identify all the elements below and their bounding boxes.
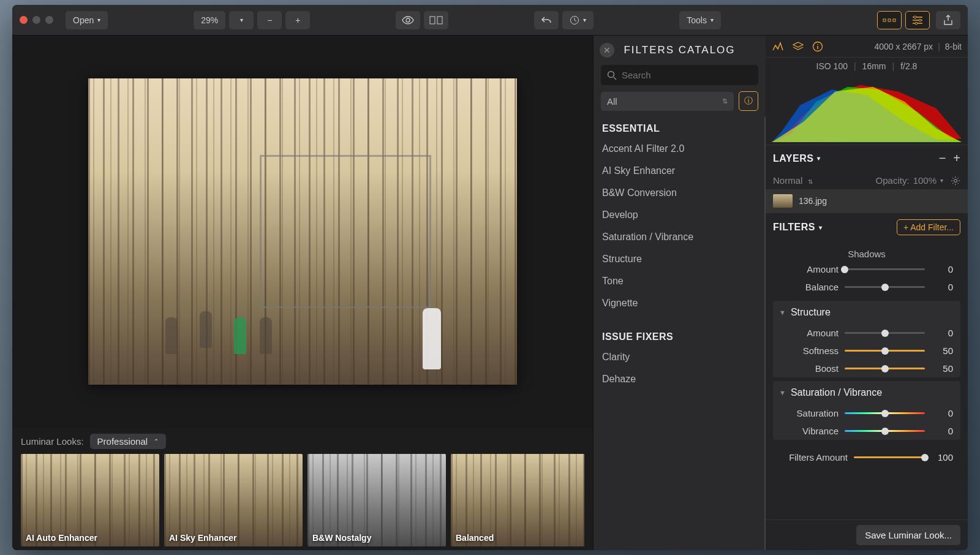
- catalog-close-button[interactable]: ✕: [600, 43, 614, 58]
- look-card[interactable]: B&W Nostalgy: [307, 454, 446, 546]
- history-icon: [570, 15, 579, 25]
- viewport[interactable]: [12, 36, 593, 428]
- svg-rect-0: [430, 17, 435, 24]
- filters-body[interactable]: Shadows Amount 0 Balance 0 ▼ Structure: [766, 241, 968, 519]
- add-filter-button[interactable]: + Add Filter...: [897, 219, 960, 235]
- zoom-in-button[interactable]: +: [285, 11, 310, 29]
- slider-track[interactable]: [854, 456, 925, 458]
- slider-row[interactable]: Balance 0: [773, 278, 960, 296]
- looks-panel-button[interactable]: [877, 11, 902, 29]
- maximize-window-button[interactable]: [45, 16, 53, 24]
- triangle-down-icon: ▼: [779, 389, 786, 396]
- filter-item[interactable]: Vignette: [602, 292, 756, 314]
- opacity-value[interactable]: 100%: [913, 175, 937, 186]
- slider-label: Boost: [780, 363, 839, 374]
- slider-row[interactable]: Vibrance 0: [773, 422, 960, 440]
- filter-item[interactable]: Accent AI Filter 2.0: [602, 138, 756, 160]
- blend-mode-select[interactable]: Normal ⇅: [773, 175, 813, 186]
- looks-header-label: Luminar Looks:: [21, 436, 84, 447]
- minimize-window-button[interactable]: [32, 16, 40, 24]
- zoom-value: 29%: [201, 15, 218, 25]
- tools-button[interactable]: Tools ▾: [679, 11, 721, 29]
- filter-item[interactable]: B&W Conversion: [602, 182, 756, 204]
- slider-track[interactable]: [845, 368, 925, 369]
- search-box[interactable]: [601, 65, 758, 85]
- looks-set-select[interactable]: Professional ⌃: [90, 434, 167, 449]
- slider-value: 50: [931, 345, 953, 356]
- search-input[interactable]: [622, 70, 752, 80]
- filter-item[interactable]: Saturation / Vibrance: [602, 226, 756, 248]
- filters-panel-button[interactable]: [905, 11, 930, 29]
- layers-section-header[interactable]: LAYERS ▾ − +: [766, 145, 968, 172]
- add-layer-button[interactable]: +: [953, 151, 960, 165]
- looks-set-name: Professional: [97, 436, 148, 447]
- svg-rect-4: [888, 19, 891, 21]
- slider-track[interactable]: [845, 350, 925, 352]
- filter-section-header[interactable]: ▼ Structure: [773, 301, 960, 324]
- filter-item[interactable]: Clarity: [602, 346, 756, 368]
- open-button[interactable]: Open ▾: [66, 11, 108, 29]
- slider-track[interactable]: [845, 412, 925, 414]
- filter-item[interactable]: Tone: [602, 270, 756, 292]
- slider-row[interactable]: Filters Amount 100: [773, 448, 960, 466]
- slider-row[interactable]: Amount 0: [773, 324, 960, 342]
- slider-label: Softness: [780, 345, 839, 356]
- filter-section-header[interactable]: ▼ Saturation / Vibrance: [773, 381, 960, 404]
- filters-section-header[interactable]: FILTERS ▾ + Add Filter...: [766, 213, 968, 241]
- filter-item[interactable]: Develop: [602, 204, 756, 226]
- gear-icon[interactable]: [951, 176, 960, 186]
- slider-row[interactable]: Saturation 0: [773, 404, 960, 422]
- undo-button[interactable]: [534, 11, 559, 29]
- filter-item[interactable]: Structure: [602, 248, 756, 270]
- history-button[interactable]: ▾: [562, 11, 594, 29]
- slider-label: Balance: [780, 282, 839, 292]
- look-card[interactable]: AI Auto Enhancer: [21, 454, 159, 546]
- save-look-button[interactable]: Save Luminar Look...: [856, 525, 960, 545]
- chevron-down-icon: ▾: [819, 224, 823, 231]
- filter-item[interactable]: Dehaze: [602, 368, 756, 390]
- preview-toggle-button[interactable]: [396, 11, 420, 29]
- slider-value: 0: [931, 408, 953, 418]
- category-select[interactable]: All ⇅: [601, 92, 734, 111]
- look-label: B&W Nostalgy: [312, 533, 371, 543]
- filter-section-title: Saturation / Vibrance: [791, 387, 882, 398]
- catalog-info-button[interactable]: ⓘ: [739, 91, 758, 111]
- layers-tab-icon[interactable]: [793, 42, 804, 51]
- zoom-dropdown-button[interactable]: ▾: [229, 11, 254, 29]
- slider-track[interactable]: [845, 268, 925, 270]
- image-dimensions: 4000 x 2667 px: [874, 42, 933, 51]
- svg-point-9: [608, 71, 614, 77]
- svg-point-8: [915, 22, 918, 25]
- remove-layer-button[interactable]: −: [939, 151, 946, 165]
- compare-button[interactable]: [424, 11, 448, 29]
- histogram-tab-icon[interactable]: [772, 42, 784, 51]
- eye-icon: [402, 16, 414, 25]
- canvas-area: Luminar Looks: Professional ⌃ AI Auto En…: [12, 36, 593, 550]
- slider-value: 50: [931, 363, 953, 374]
- slider-row[interactable]: Boost 50: [773, 360, 960, 377]
- slider-track[interactable]: [845, 332, 925, 334]
- zoom-value-button[interactable]: 29%: [194, 11, 225, 29]
- slider-value: 0: [931, 426, 953, 436]
- category-row: All ⇅ ⓘ: [601, 91, 758, 111]
- layer-row[interactable]: 136.jpg: [766, 189, 968, 213]
- close-window-button[interactable]: [20, 16, 28, 24]
- looks-row[interactable]: AI Auto Enhancer AI Sky Enhancer B&W Nos…: [21, 454, 584, 546]
- opacity-label: Opacity:: [876, 175, 910, 186]
- filter-item[interactable]: AI Sky Enhancer: [602, 160, 756, 182]
- look-card[interactable]: AI Sky Enhancer: [164, 454, 303, 546]
- up-down-icon: ⇅: [722, 97, 728, 105]
- look-card[interactable]: Balanced: [451, 454, 584, 546]
- histogram[interactable]: [772, 75, 962, 142]
- filter-list[interactable]: ESSENTIAL Accent AI Filter 2.0 AI Sky En…: [594, 117, 766, 550]
- catalog-header: ✕ FILTERS CATALOG: [594, 36, 766, 65]
- slider-row[interactable]: Softness 50: [773, 342, 960, 360]
- slider-value: 100: [931, 452, 953, 462]
- slider-track[interactable]: [845, 430, 925, 432]
- slider-track[interactable]: [845, 286, 925, 288]
- zoom-out-button[interactable]: −: [257, 11, 282, 29]
- info-tab-icon[interactable]: [812, 41, 823, 52]
- slider-value: 0: [931, 328, 953, 338]
- slider-row[interactable]: Amount 0: [773, 260, 960, 278]
- share-button[interactable]: [936, 11, 960, 29]
